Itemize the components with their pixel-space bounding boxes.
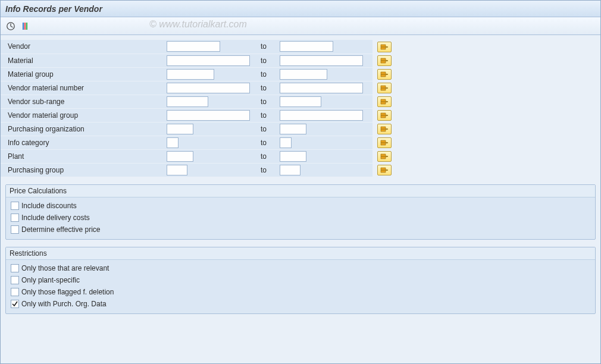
- get-variant-icon[interactable]: [18, 20, 32, 33]
- to-label: to: [261, 57, 267, 65]
- multiple-selection-button[interactable]: [377, 110, 392, 121]
- check-row-only-relevant: Only those that are relevant: [10, 262, 591, 274]
- checkbox-label: Only those that are relevant: [21, 264, 109, 272]
- field-label: Vendor sub-range: [8, 98, 64, 106]
- selection-row-vend-subrange: Vendor sub-range to: [1, 95, 600, 108]
- multiple-selection-button[interactable]: [377, 69, 392, 80]
- vend-mat-no-to-input[interactable]: [280, 83, 363, 93]
- field-label: Material: [8, 57, 33, 65]
- vend-mat-group-from-input[interactable]: [167, 110, 250, 121]
- info-category-from-input[interactable]: [167, 137, 179, 148]
- svg-rect-4: [24, 23, 26, 30]
- check-row-only-plant-specific: Only plant-specific: [10, 274, 591, 286]
- check-row-include-discounts: Include discounts: [10, 200, 591, 212]
- multiple-selection-button[interactable]: [377, 83, 392, 93]
- vend-subrange-from-input[interactable]: [167, 96, 208, 107]
- to-label: to: [261, 84, 267, 92]
- info-category-to-input[interactable]: [280, 137, 292, 148]
- check-row-determine-eff-price: Determine effective price: [10, 224, 591, 236]
- field-label: Purchasing group: [8, 166, 64, 174]
- selection-row-vend-mat-group: Vendor material group to: [1, 108, 600, 122]
- group-title: Price Calculations: [6, 185, 595, 197]
- selection-row-plant: Plant to: [1, 149, 600, 163]
- to-label: to: [261, 139, 267, 147]
- checkbox-label: Only plant-specific: [21, 276, 80, 284]
- watermark-text: © www.tutorialkart.com: [149, 19, 247, 30]
- checkbox-determine-eff-price[interactable]: [11, 225, 19, 234]
- multiple-selection-button[interactable]: [377, 55, 392, 66]
- checkbox-only-plant-specific[interactable]: [11, 276, 19, 284]
- purch-org-to-input[interactable]: [280, 124, 306, 134]
- material-group-to-input[interactable]: [280, 69, 327, 80]
- multiple-selection-button[interactable]: [377, 42, 392, 52]
- group-restrictions: Restrictions Only those that are relevan…: [5, 247, 596, 314]
- plant-from-input[interactable]: [167, 151, 193, 162]
- plant-to-input[interactable]: [280, 151, 306, 162]
- to-label: to: [261, 125, 267, 133]
- purch-group-to-input[interactable]: [280, 165, 300, 175]
- selection-screen: Vendor to Material to Material group to: [1, 40, 600, 319]
- vend-mat-no-from-input[interactable]: [167, 83, 250, 93]
- checkbox-only-relevant[interactable]: [11, 264, 19, 272]
- svg-rect-5: [26, 23, 27, 30]
- checkbox-label: Only with Purch. Org. Data: [21, 300, 107, 308]
- window-title: Info Records per Vendor: [5, 4, 102, 14]
- checkbox-label: Include delivery costs: [21, 214, 90, 222]
- field-label: Plant: [8, 152, 24, 161]
- selection-row-material-group: Material group to: [1, 67, 600, 81]
- svg-line-2: [11, 26, 13, 27]
- vend-subrange-to-input[interactable]: [280, 96, 321, 107]
- to-label: to: [261, 98, 267, 106]
- field-label: Info category: [8, 139, 49, 147]
- field-label: Purchasing organization: [8, 125, 84, 133]
- field-label: Material group: [8, 70, 54, 79]
- multiple-selection-button[interactable]: [377, 137, 392, 148]
- material-group-from-input[interactable]: [167, 69, 214, 80]
- checkbox-only-flagged-deletion[interactable]: [11, 288, 19, 296]
- checkbox-include-discounts[interactable]: [11, 202, 19, 210]
- to-label: to: [261, 42, 267, 51]
- window-titlebar: Info Records per Vendor: [1, 1, 600, 17]
- vendor-to-input[interactable]: [280, 41, 333, 52]
- selection-row-material: Material to: [1, 54, 600, 67]
- group-price-calc: Price Calculations Include discounts Inc…: [5, 184, 596, 240]
- execute-icon[interactable]: [4, 20, 17, 33]
- vendor-from-input[interactable]: [167, 41, 220, 52]
- field-label: Vendor material group: [8, 111, 78, 120]
- app-toolbar: © www.tutorialkart.com: [1, 17, 600, 35]
- checkbox-include-delivery-costs[interactable]: [11, 214, 19, 222]
- vend-mat-group-to-input[interactable]: [280, 110, 363, 121]
- multiple-selection-button[interactable]: [377, 96, 392, 107]
- selection-row-info-category: Info category to: [1, 136, 600, 149]
- selection-row-purch-org: Purchasing organization to: [1, 122, 600, 136]
- material-to-input[interactable]: [280, 55, 363, 66]
- to-label: to: [261, 70, 267, 79]
- checkbox-label: Determine effective price: [21, 225, 101, 234]
- checkbox-label: Only those flagged f. deletion: [21, 288, 114, 296]
- selection-row-vendor: Vendor to: [1, 40, 600, 54]
- to-label: to: [261, 111, 267, 120]
- material-from-input[interactable]: [167, 55, 250, 66]
- selection-row-purch-group: Purchasing group to: [1, 163, 600, 177]
- to-label: to: [261, 152, 267, 161]
- to-label: to: [261, 166, 267, 174]
- checkbox-label: Include discounts: [21, 202, 77, 210]
- purch-group-from-input[interactable]: [167, 165, 187, 175]
- selection-row-vend-mat-no: Vendor material number to: [1, 81, 600, 95]
- multiple-selection-button[interactable]: [377, 124, 392, 134]
- purch-org-from-input[interactable]: [167, 124, 193, 134]
- svg-rect-3: [23, 23, 24, 30]
- multiple-selection-button[interactable]: [377, 151, 392, 162]
- selection-table: Vendor to Material to Material group to: [1, 40, 600, 177]
- check-row-only-purch-org-data: Only with Purch. Org. Data: [10, 298, 591, 310]
- group-title: Restrictions: [6, 247, 595, 260]
- check-row-only-flagged-deletion: Only those flagged f. deletion: [10, 286, 591, 298]
- check-row-include-delivery-costs: Include delivery costs: [10, 212, 591, 224]
- field-label: Vendor material number: [8, 84, 84, 92]
- field-label: Vendor: [8, 42, 30, 51]
- multiple-selection-button[interactable]: [377, 165, 392, 175]
- checkbox-only-purch-org-data[interactable]: [11, 300, 19, 308]
